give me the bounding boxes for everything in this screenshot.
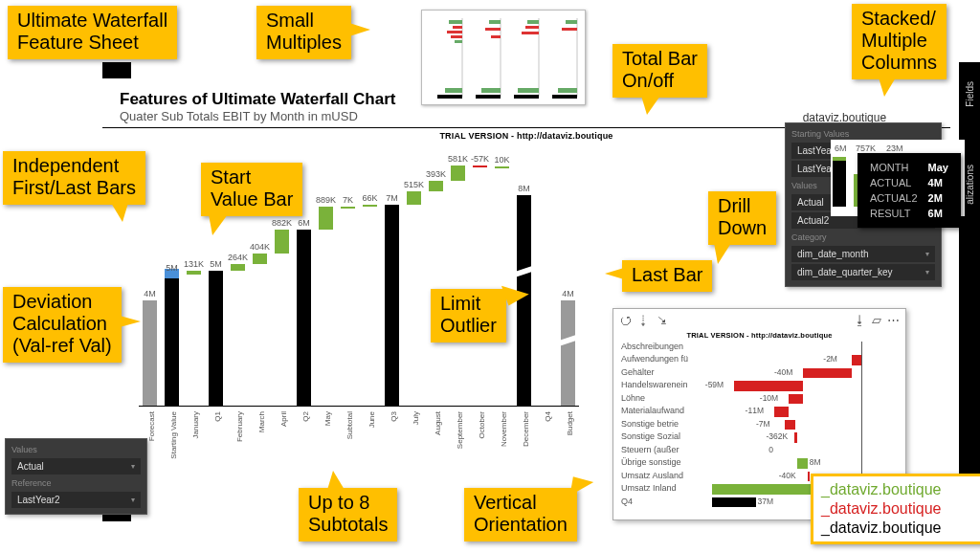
bar-Subtotal[interactable]	[341, 207, 354, 209]
bar-September[interactable]	[451, 166, 464, 181]
drill-expand-icon[interactable]: ⭸	[656, 313, 668, 327]
vwf-row-label: Gehälter	[621, 367, 706, 377]
vwf-row-label: Umsatz Inland	[621, 483, 706, 493]
vwf-row-label: Übrige sonstige	[621, 457, 706, 467]
svg-rect-13	[476, 95, 501, 99]
svg-rect-25	[833, 159, 846, 207]
vwf-bar[interactable]	[712, 497, 756, 507]
field-lastyear2-ref[interactable]: LastYear2▾	[11, 492, 141, 508]
bar-label: 4M	[562, 289, 574, 298]
bar-April[interactable]	[275, 230, 288, 253]
bar-Forecast[interactable]	[143, 300, 156, 406]
bar-label: -57K	[471, 154, 489, 164]
vwf-bar[interactable]	[789, 394, 803, 404]
vwf-bar[interactable]	[797, 458, 807, 468]
category-label: Budget	[566, 411, 574, 435]
brand-green: _dataviz.boutique	[821, 480, 974, 499]
export-icon[interactable]: ▱	[872, 313, 881, 327]
bar-Starting Value[interactable]	[165, 275, 178, 406]
vwf-value-label: 8M	[810, 457, 821, 467]
bar-January[interactable]	[187, 271, 200, 275]
bar-August[interactable]	[429, 181, 442, 191]
focus-icon[interactable]: ⭳	[854, 313, 866, 327]
category-label: Subtotal	[345, 411, 354, 439]
category-label: Q1	[213, 411, 222, 422]
svg-rect-10	[485, 28, 501, 31]
svg-rect-12	[481, 88, 501, 93]
bar-May[interactable]	[319, 207, 332, 230]
vwf-row-label: Q4	[621, 497, 706, 506]
bar-label: 515K	[404, 180, 424, 189]
vwf-bar[interactable]	[852, 355, 861, 364]
small-multiples-thumb	[421, 10, 586, 105]
svg-rect-5	[455, 40, 462, 43]
field-actual-2[interactable]: Actual▾	[11, 458, 141, 475]
callout-last-bar: Last Bar	[622, 260, 712, 292]
viz-pane-label[interactable]: alizations	[965, 165, 975, 205]
category-label: November	[500, 411, 508, 447]
category-label: October	[478, 411, 486, 438]
fields-pane-label[interactable]: Fields	[965, 81, 975, 107]
bar-Q2[interactable]	[297, 230, 310, 406]
bar-Budget[interactable]	[561, 300, 574, 406]
bar-Q3[interactable]	[385, 205, 398, 406]
brand-red: _dataviz.boutique	[821, 499, 974, 519]
bar-March[interactable]	[253, 254, 266, 264]
vwf-row-label: Abschreibungen	[621, 342, 706, 351]
category-label: February	[235, 411, 244, 442]
callout-independent: IndependentFirst/Last Bars	[3, 151, 145, 205]
stacked-label-b: 757K	[856, 144, 876, 153]
svg-rect-4	[451, 35, 462, 38]
chevron-down-icon: ▾	[131, 496, 135, 504]
bar-July[interactable]	[407, 191, 420, 205]
bar-June[interactable]	[363, 205, 376, 207]
vwf-value-label: -2M	[823, 354, 837, 364]
svg-rect-17	[522, 32, 539, 34]
category-label: Q2	[301, 411, 310, 422]
category-label: June	[368, 411, 376, 428]
vwf-value-label: 0	[768, 445, 773, 454]
bar-October[interactable]	[473, 166, 486, 167]
vwf-row-label: Löhne	[621, 393, 706, 403]
section-starting-values: Starting Values	[791, 127, 935, 141]
category-label: Starting Value	[169, 411, 178, 459]
callout-small-multiples: SmallMultiples	[256, 6, 351, 59]
chevron-down-icon: ▾	[925, 250, 929, 258]
vwf-bar[interactable]	[774, 407, 789, 416]
vwf-bar[interactable]	[794, 432, 797, 442]
vwf-bar[interactable]	[808, 472, 810, 481]
category-label: March	[257, 411, 266, 432]
svg-rect-6	[445, 88, 462, 93]
callout-feature-sheet: Ultimate WaterfallFeature Sheet	[8, 6, 177, 59]
bar-label: 6M	[298, 218, 310, 228]
category-label: Forecast	[147, 411, 156, 441]
vwf-value-label: -40K	[779, 471, 796, 480]
bar-February[interactable]	[231, 264, 244, 271]
svg-rect-21	[566, 20, 577, 24]
field-dim-month[interactable]: dim_date_month▾	[791, 246, 935, 262]
bar-label: 882K	[272, 218, 292, 228]
vwf-bar[interactable]	[803, 368, 852, 378]
callout-vertical: VerticalOrientation	[464, 488, 577, 541]
svg-rect-1	[449, 20, 462, 24]
vwf-value-label: 37M	[758, 497, 774, 506]
bar-label: 264K	[228, 253, 248, 262]
bar-November[interactable]	[495, 166, 508, 168]
bar-label: 66K	[362, 193, 377, 203]
drill-toggle-icon[interactable]: ⭭	[637, 313, 650, 327]
bar-label: 581K	[448, 154, 468, 164]
svg-rect-22	[562, 28, 577, 31]
svg-rect-15	[527, 20, 539, 24]
brand-black: _dataviz.boutique	[821, 519, 974, 538]
vwf-row-label: Aufwendungen fü	[621, 354, 706, 364]
vwf-bar[interactable]	[734, 381, 803, 390]
datapoint-tooltip: MONTHMay ACTUAL4M ACTUAL22M RESULT6M	[858, 153, 961, 228]
bar-Q1[interactable]	[209, 271, 222, 406]
vwf-row-label: Steuern (außer	[621, 445, 706, 454]
more-icon[interactable]: ⋯	[887, 313, 900, 327]
vwf-bar[interactable]	[785, 420, 795, 430]
section-values-2: Values	[11, 443, 141, 456]
field-dim-quarter[interactable]: dim_date_quarter_key▾	[791, 264, 935, 280]
section-category: Category	[791, 231, 935, 244]
drill-up-icon[interactable]: ⭯	[619, 313, 632, 327]
